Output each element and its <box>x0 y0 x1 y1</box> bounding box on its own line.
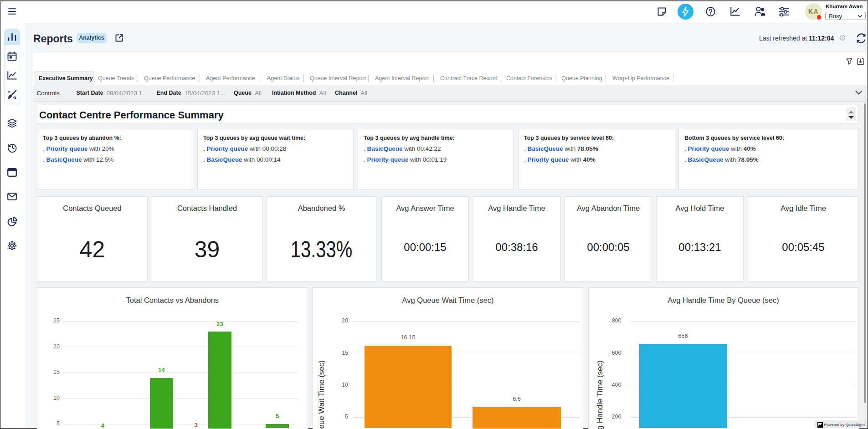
svg-text:i: i <box>842 36 843 40</box>
